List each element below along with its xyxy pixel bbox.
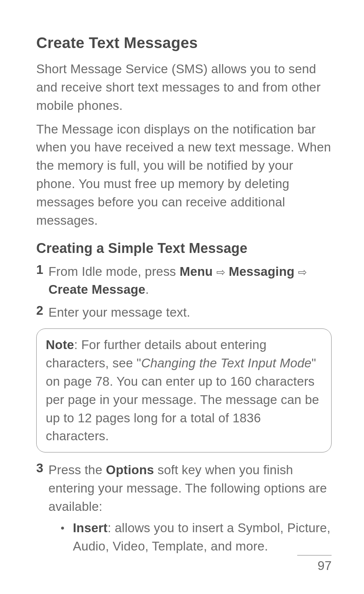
messaging-label: Messaging [229,264,295,278]
bullet-insert: • Insert: allows you to insert a Symbol,… [61,519,332,555]
note-italic-ref: Changing the Text Input Mode [141,356,312,370]
footer-divider [297,555,332,555]
bullet-icon: • [61,519,73,555]
note-box: Note: For further details about entering… [36,328,332,452]
step-text-pre: Press the [48,463,106,477]
step-text-pre: From Idle mode, press [48,264,180,278]
step-content: From Idle mode, press Menu ⇨ Messaging ⇨… [48,262,332,299]
subsection-heading: Creating a Simple Text Message [36,240,332,256]
insert-label: Insert [73,521,108,535]
page-number: 97 [317,559,332,573]
note-label: Note [46,338,74,352]
step-content: Press the Options soft key when you fini… [48,461,332,555]
bullet-text: : allows you to insert a Symbol, Picture… [73,521,330,553]
section-heading: Create Text Messages [36,34,332,52]
page-footer: 97 [297,555,332,573]
step-number: 3 [36,461,48,555]
paragraph-intro-2: The Message icon displays on the notific… [36,120,332,230]
step-number: 1 [36,262,48,299]
bullet-content: Insert: allows you to insert a Symbol, P… [73,519,332,555]
step-number: 2 [36,303,48,322]
arrow-icon: ⇨ [216,266,225,278]
step-1: 1 From Idle mode, press Menu ⇨ Messaging… [36,262,332,299]
options-label: Options [106,463,154,477]
arrow-icon: ⇨ [298,266,307,278]
create-message-label: Create Message [48,282,145,296]
menu-label: Menu [180,264,213,278]
paragraph-intro-1: Short Message Service (SMS) allows you t… [36,60,332,115]
step-period: . [145,282,149,296]
step-content: Enter your message text. [48,303,190,322]
step-2: 2 Enter your message text. [36,303,332,322]
step-3: 3 Press the Options soft key when you fi… [36,461,332,555]
